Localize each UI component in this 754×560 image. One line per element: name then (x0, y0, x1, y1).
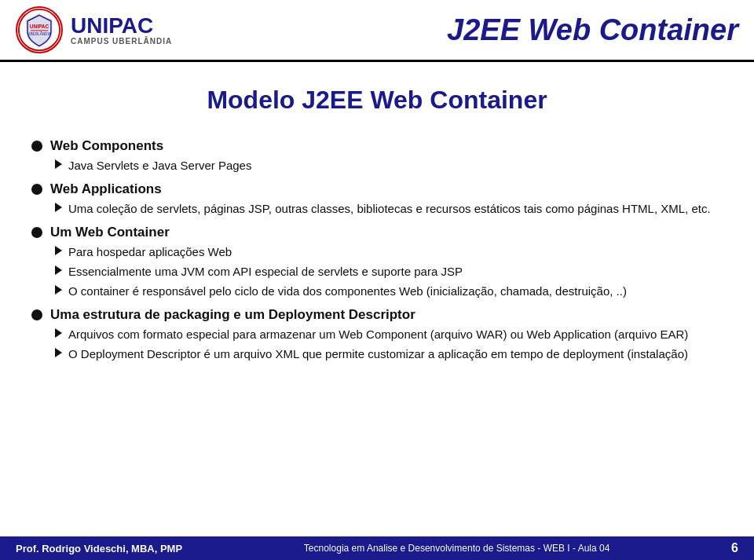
svg-text:UNIPAC: UNIPAC (30, 24, 49, 29)
svg-text:UBERLÂNDIA: UBERLÂNDIA (27, 31, 52, 36)
item-label: Um Web Container (50, 225, 170, 240)
sub-item: Java Servlets e Java Server Pages (55, 157, 723, 174)
footer-page: 6 (731, 541, 738, 555)
sub-item: Arquivos com formato especial para armaz… (55, 326, 723, 342)
sub-text: O container é responsável pelo ciclo de … (68, 283, 723, 299)
bullet-dot-icon (31, 227, 42, 238)
logo-campus: CAMPUS UBERLÂNDIA (71, 37, 172, 46)
arrow-icon (55, 203, 62, 212)
logo-circle: UNIPAC UBERLÂNDIA (16, 6, 63, 53)
sub-list: Arquivos com formato especial para armaz… (55, 326, 723, 362)
sub-text: O Deployment Descriptor é um arquivo XML… (68, 346, 723, 362)
sub-list: Uma coleção de servlets, páginas JSP, ou… (55, 200, 723, 217)
header: UNIPAC UBERLÂNDIA UNIPAC CAMPUS UBERLÂND… (0, 0, 754, 62)
footer-author: Prof. Rodrigo Videschi, MBA, PMP (16, 543, 182, 555)
arrow-icon (55, 348, 62, 357)
main-content: Modelo J2EE Web Container Web Components… (0, 62, 754, 386)
sub-item: O Deployment Descriptor é um arquivo XML… (55, 346, 723, 362)
sub-item: O container é responsável pelo ciclo de … (55, 283, 723, 299)
slide-title: Modelo J2EE Web Container (31, 86, 723, 115)
bullet-main: Um Web Container (31, 225, 723, 240)
sub-list: Java Servlets e Java Server Pages (55, 157, 723, 174)
sub-item: Essencialmente uma JVM com API especial … (55, 263, 723, 280)
sub-text: Para hospedar aplicações Web (68, 243, 723, 260)
bullet-main: Web Components (31, 138, 723, 154)
bullet-dot-icon (31, 309, 42, 320)
list-item: Uma estrutura de packaging e um Deployme… (31, 307, 723, 362)
footer: Prof. Rodrigo Videschi, MBA, PMP Tecnolo… (0, 536, 754, 560)
sub-text: Arquivos com formato especial para armaz… (68, 326, 723, 342)
arrow-icon (55, 159, 62, 169)
arrow-icon (55, 328, 62, 338)
bullet-dot-icon (31, 141, 42, 152)
logo-area: UNIPAC UBERLÂNDIA UNIPAC CAMPUS UBERLÂND… (16, 6, 172, 53)
list-item: Web Applications Uma coleção de servlets… (31, 181, 723, 217)
item-label: Web Applications (50, 181, 162, 197)
logo-name: UNIPAC (71, 15, 172, 37)
footer-course: Tecnologia em Analise e Desenvolvimento … (304, 543, 610, 554)
header-title: J2EE Web Container (447, 13, 738, 47)
bullet-main: Web Applications (31, 181, 723, 197)
arrow-icon (55, 265, 62, 275)
sub-text: Uma coleção de servlets, páginas JSP, ou… (68, 200, 723, 217)
arrow-icon (55, 285, 62, 295)
sub-text: Java Servlets e Java Server Pages (68, 157, 723, 174)
logo-text: UNIPAC CAMPUS UBERLÂNDIA (71, 15, 172, 46)
sub-list: Para hospedar aplicações Web Essencialme… (55, 243, 723, 299)
list-item: Um Web Container Para hospedar aplicaçõe… (31, 225, 723, 299)
bullet-list: Web Components Java Servlets e Java Serv… (31, 138, 723, 362)
item-label: Uma estrutura de packaging e um Deployme… (50, 307, 415, 323)
bullet-dot-icon (31, 184, 42, 195)
list-item: Web Components Java Servlets e Java Serv… (31, 138, 723, 174)
item-label: Web Components (50, 138, 163, 154)
sub-text: Essencialmente uma JVM com API especial … (68, 263, 723, 280)
sub-item: Para hospedar aplicações Web (55, 243, 723, 260)
bullet-main: Uma estrutura de packaging e um Deployme… (31, 307, 723, 323)
arrow-icon (55, 246, 62, 255)
logo-svg: UNIPAC UBERLÂNDIA (17, 8, 61, 52)
sub-item: Uma coleção de servlets, páginas JSP, ou… (55, 200, 723, 217)
